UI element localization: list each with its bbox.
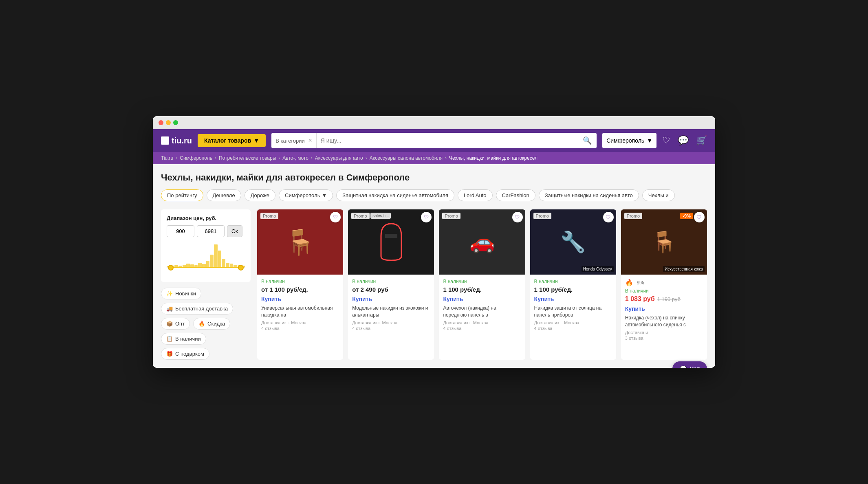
product-info-5: 🔥 -9% В наличии 1 083 руб 1 190 руб Купи… — [621, 275, 707, 345]
filter-tag-new[interactable]: ✨ Новинки — [161, 288, 201, 299]
breadcrumb-tiu[interactable]: Tiu.ru — [161, 155, 173, 161]
buy-btn-4[interactable]: Купить — [534, 296, 554, 302]
wishlist-btn-3[interactable]: ♡ — [512, 212, 523, 222]
filter-tag-discount[interactable]: 🔥 Скидка — [193, 318, 230, 330]
price-max-input[interactable] — [197, 225, 225, 237]
search-category[interactable]: В категории ✕ — [271, 133, 317, 148]
browser-dot-red[interactable] — [159, 120, 163, 125]
browser-dot-yellow[interactable] — [166, 120, 171, 125]
search-button[interactable]: 🔍 — [578, 136, 597, 145]
delivery-label: Бесплатная доставка — [175, 306, 228, 312]
buy-btn-1[interactable]: Купить — [261, 296, 281, 302]
breadcrumb-consumer[interactable]: Потребительские товары — [219, 155, 276, 161]
product-price-4: 1 100 руб/ед. — [534, 286, 612, 293]
filter-tag-free-delivery[interactable]: 🚚 Бесплатная доставка — [161, 303, 233, 315]
product-card-3: 🚗 Promo ♡ В наличии 1 100 руб/ед. Купить… — [439, 209, 525, 360]
filter-tag-with-gift[interactable]: 🎁 С подарком — [161, 348, 209, 360]
catalog-arrow-icon: ▼ — [253, 137, 259, 144]
filter-tab-carfashion[interactable]: CarFashion — [496, 189, 535, 201]
wishlist-icon[interactable]: ♡ — [662, 135, 670, 146]
wishlist-btn-5[interactable]: ♡ — [694, 212, 705, 222]
promo-badge-5: Promo — [624, 213, 642, 219]
product-image-wrap-4: 🔧 Promo Honda Odyssey ♡ — [530, 209, 616, 275]
breadcrumb-city[interactable]: Симферополь — [180, 155, 212, 161]
catalog-button[interactable]: Каталог товаров ▼ — [198, 134, 266, 147]
search-bar: В категории ✕ 🔍 — [271, 133, 597, 148]
in-stock-4: В наличии — [534, 279, 612, 284]
search-input[interactable] — [317, 137, 578, 144]
product-desc-1: Универсальная автомобильная накидка на — [261, 305, 339, 319]
product-card-4: 🔧 Promo Honda Odyssey ♡ В наличии 1 100 … — [530, 209, 616, 360]
slider-fill — [171, 267, 241, 268]
breadcrumb-sep-3: › — [311, 155, 313, 161]
reviews-1[interactable]: 4 отзыва — [261, 326, 339, 331]
messages-icon[interactable]: 💬 — [678, 135, 689, 146]
fire-icon-5: 🔥 — [625, 279, 633, 286]
in-stock-1: В наличии — [261, 279, 339, 284]
breadcrumb-sep-5: › — [445, 155, 447, 161]
gift-emoji: 🎁 — [166, 351, 173, 357]
cart-icon[interactable]: 🛒 — [696, 135, 707, 146]
city-selector[interactable]: Симферополь ▼ — [602, 133, 657, 148]
city-arrow-icon: ▼ — [647, 137, 652, 144]
promo-badge-4: Promo — [533, 213, 551, 219]
reviews-4[interactable]: 4 отзыва — [534, 326, 612, 331]
breadcrumb-auto[interactable]: Авто-, мото — [282, 155, 308, 161]
breadcrumb-sep-4: › — [366, 155, 367, 161]
slider-handle-right[interactable] — [238, 265, 244, 271]
product-image-wrap-5: 🪑 Promo -9% Искусственная кожа ♡ — [621, 209, 707, 275]
slider-handle-left[interactable] — [168, 265, 174, 271]
breadcrumb-sep-1: › — [215, 155, 216, 161]
search-category-clear[interactable]: ✕ — [308, 138, 312, 143]
img-label-4: Honda Odyssey — [582, 266, 614, 272]
discount-badge-5: -9% — [680, 213, 693, 219]
product-price-old-5: 1 190 руб — [657, 296, 681, 302]
filter-tab-cover[interactable]: Защитная накидка на сиденье автомобиля — [336, 189, 454, 201]
filter-tag-in-stock[interactable]: 📋 В наличии — [161, 333, 206, 345]
chat-icon: 💬 — [680, 365, 687, 368]
breadcrumb-accessories[interactable]: Аксессуары для авто — [315, 155, 363, 161]
header-icons: ♡ 💬 🛒 — [662, 135, 707, 146]
wholesale-emoji: 📦 — [166, 321, 173, 327]
product-price-2: от 2 490 руб — [352, 286, 430, 293]
filter-tab-cheaper[interactable]: Дешевле — [207, 189, 241, 201]
wishlist-btn-4[interactable]: ♡ — [603, 212, 614, 222]
breadcrumb-salon[interactable]: Аксессуары салона автомобиля — [370, 155, 443, 161]
breadcrumb-sep-2: › — [278, 155, 280, 161]
filter-tab-expensive[interactable]: Дороже — [245, 189, 275, 201]
filter-tab-rating[interactable]: По рейтингу — [161, 189, 203, 201]
products-grid: 🪑 Promo ♡ В наличии от 1 100 руб/ед. Куп… — [257, 209, 707, 360]
stock-label: В наличии — [175, 336, 201, 342]
wholesale-label: Опт — [175, 321, 185, 327]
product-desc-4: Накидка защита от солнца на панель прибо… — [534, 305, 612, 319]
product-info-4: В наличии 1 100 руб/ед. Купить Накидка з… — [530, 275, 616, 335]
delivery-3: Доставка из г. Москва — [443, 320, 521, 325]
filter-tab-protective[interactable]: Защитные накидки на сиденья авто — [539, 189, 639, 201]
product-info-1: В наличии от 1 100 руб/ед. Купить Универ… — [257, 275, 343, 335]
buy-btn-5[interactable]: Купить — [625, 306, 645, 312]
catalog-label: Каталог товаров — [204, 137, 251, 144]
buy-btn-3[interactable]: Купить — [443, 296, 463, 302]
reviews-2[interactable]: 4 отзыва — [352, 326, 430, 331]
promo-badge-2: Promo — [351, 213, 369, 219]
price-ok-button[interactable]: Ок — [227, 225, 242, 237]
filter-tag-wholesale[interactable]: 📦 Опт — [161, 318, 190, 330]
filter-tab-lord[interactable]: Lord Auto — [458, 189, 493, 201]
filter-tab-more[interactable]: Чехлы и — [642, 189, 675, 201]
wishlist-btn-1[interactable]: ♡ — [330, 212, 341, 222]
sidebar: Диапазон цен, руб. Ок — [161, 209, 251, 360]
price-slider[interactable] — [167, 244, 245, 276]
browser-dot-green[interactable] — [173, 120, 178, 125]
reviews-3[interactable]: 4 отзыва — [443, 326, 521, 331]
img-label-5: Искусственная кожа — [663, 266, 705, 272]
filter-tab-city[interactable]: Симферополь ▼ — [279, 189, 333, 201]
chat-button[interactable]: 💬 Чат — [672, 361, 707, 368]
logo[interactable]: tiu.ru — [161, 136, 192, 145]
product-image-wrap-1: 🪑 Promo ♡ — [257, 209, 343, 275]
reviews-5[interactable]: 3 отзыва — [625, 336, 703, 341]
price-histogram — [167, 242, 245, 267]
price-min-input[interactable] — [167, 225, 194, 237]
buy-btn-2[interactable]: Купить — [352, 296, 372, 302]
price-filter: Диапазон цен, руб. Ок — [161, 209, 251, 282]
product-info-3: В наличии 1 100 руб/ед. Купить Авточехол… — [439, 275, 525, 335]
